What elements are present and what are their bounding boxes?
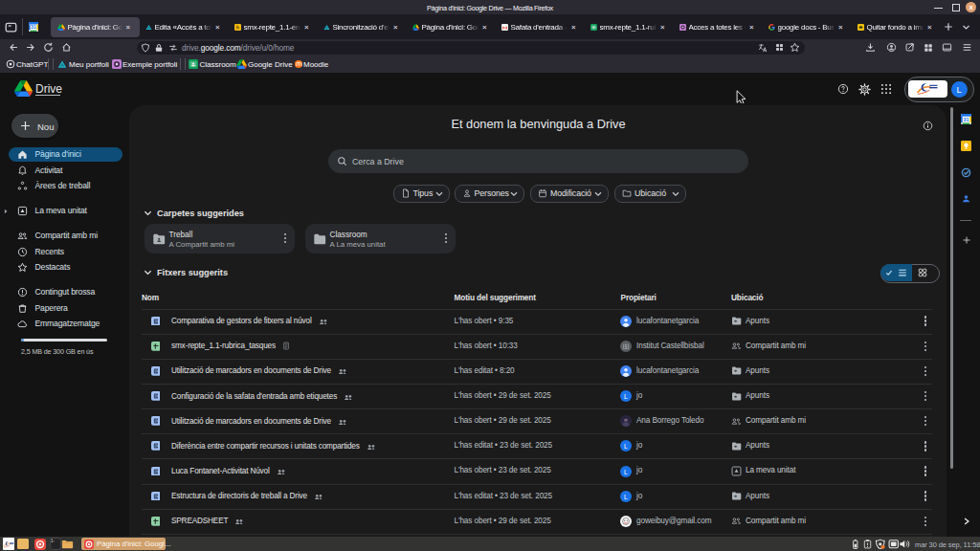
svg-text:L: L bbox=[624, 493, 628, 499]
svg-text:L: L bbox=[624, 468, 628, 474]
svg-text:L: L bbox=[624, 443, 628, 450]
svg-text:31: 31 bbox=[963, 117, 969, 122]
svg-text:L: L bbox=[624, 393, 628, 400]
svg-text:31: 31 bbox=[31, 24, 36, 30]
